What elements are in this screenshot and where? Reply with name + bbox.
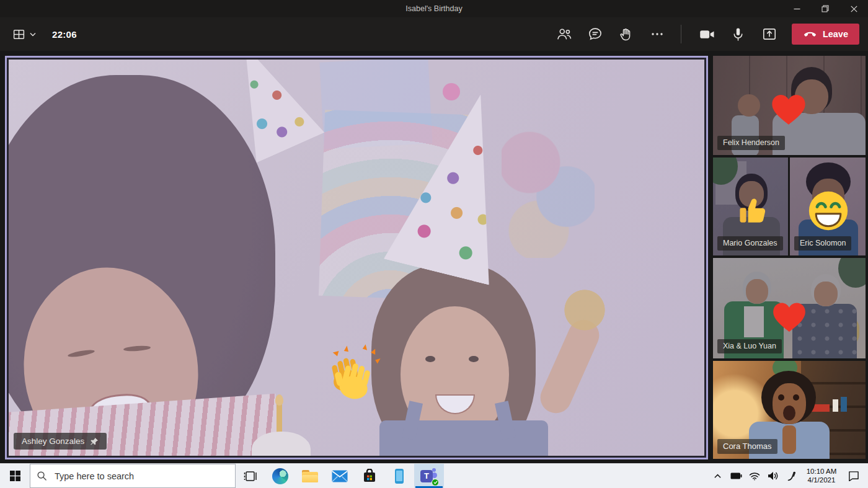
window-controls — [782, 0, 868, 17]
meeting-timer: 22:06 — [52, 29, 77, 40]
wifi-status-button[interactable] — [745, 464, 764, 488]
share-button[interactable] — [757, 22, 782, 47]
search-input[interactable] — [53, 471, 202, 482]
mail-icon — [332, 470, 348, 482]
participant-tile-xia-luo[interactable]: Xia & Luo Yuan — [713, 258, 866, 358]
cora-eye — [793, 394, 799, 401]
chevron-down-icon — [30, 32, 36, 37]
check-icon — [433, 481, 438, 484]
task-view-button[interactable] — [236, 464, 265, 488]
thumbs-up-reaction-icon — [737, 193, 771, 228]
close-icon — [851, 6, 857, 12]
raised-hand-icon — [618, 27, 634, 42]
volume-status-button[interactable] — [764, 464, 782, 488]
gallery-view-button[interactable] — [11, 25, 37, 43]
teams-t-tile: T — [420, 470, 433, 482]
minimize-button[interactable] — [782, 0, 811, 17]
restore-button[interactable] — [811, 0, 839, 17]
meeting-stage: Ashley Gonzales Felix Henders — [0, 51, 868, 463]
store-icon — [362, 469, 377, 484]
windows-taskbar: T — [0, 463, 868, 488]
chat-button[interactable] — [583, 22, 608, 47]
battery-status-button[interactable] — [727, 464, 745, 488]
title-bar: Isabel's Birthday — [0, 0, 868, 17]
file-explorer-icon — [302, 470, 318, 482]
heart-reaction-icon — [770, 299, 808, 335]
participant-tile-felix[interactable]: Felix Henderson — [713, 56, 866, 155]
battery-icon — [730, 472, 742, 479]
participant-name-label: Cora Thomas — [717, 439, 777, 454]
beaming-face-reaction-icon — [807, 190, 849, 232]
tray-overflow-button[interactable] — [708, 464, 727, 488]
search-icon — [37, 471, 47, 481]
leave-button-label: Leave — [823, 29, 848, 39]
microphone-button[interactable] — [726, 22, 751, 47]
meeting-toolbar: 22:06 — [0, 17, 868, 51]
system-tray: 10:10 AM 4/1/2021 — [708, 464, 868, 488]
mail-taskbar-button[interactable] — [325, 464, 355, 488]
your-phone-icon — [395, 469, 404, 484]
pen-icon — [787, 471, 797, 481]
taskbar-search-box[interactable] — [30, 464, 236, 488]
chat-icon — [587, 26, 603, 42]
window-title: Isabel's Birthday — [0, 0, 868, 17]
presenter-name-label: Ashley Gonzales — [14, 433, 107, 450]
participant-tile-eric[interactable]: Eric Solomon — [790, 157, 866, 255]
ellipsis-icon — [650, 27, 665, 42]
teams-person-dot — [432, 468, 436, 472]
clock-time: 10:10 AM — [804, 468, 839, 476]
pin-icon — [90, 437, 99, 446]
start-button[interactable] — [0, 464, 30, 488]
task-view-icon — [244, 469, 257, 483]
participant-name-label: Felix Henderson — [717, 136, 785, 150]
raise-hand-button[interactable] — [614, 22, 639, 47]
teams-active-check-badge — [432, 479, 439, 486]
participant-name-label: Eric Solomon — [794, 236, 851, 251]
participant-name-label: Xia & Luo Yuan — [717, 339, 782, 353]
share-icon — [761, 26, 777, 42]
teams-meeting-window: Isabel's Birthday — [0, 0, 868, 488]
teams-icon: T — [420, 468, 438, 485]
toolbar-right-group: Leave — [546, 22, 859, 47]
windows-ink-button[interactable] — [782, 464, 801, 488]
main-video-frame: Ashley Gonzales — [7, 58, 706, 458]
camera-button[interactable] — [695, 22, 720, 47]
participant-tile-cora[interactable]: Cora Thomas — [713, 361, 866, 459]
main-video-tile[interactable]: Ashley Gonzales — [5, 56, 708, 459]
participant-tile-mario[interactable]: Mario Gonzales — [713, 157, 788, 255]
more-options-button[interactable] — [645, 22, 670, 47]
leave-button[interactable]: Leave — [792, 24, 859, 45]
file-explorer-taskbar-button[interactable] — [295, 464, 325, 488]
heart-reaction-icon — [769, 91, 808, 128]
action-center-button[interactable] — [842, 464, 866, 488]
clapping-hands-reaction-icon — [326, 344, 386, 403]
edge-icon — [272, 468, 288, 484]
edge-taskbar-button[interactable] — [265, 464, 295, 488]
participants-icon — [556, 26, 572, 42]
speaker-icon — [768, 471, 779, 481]
teams-taskbar-button[interactable]: T — [414, 464, 444, 488]
hang-up-icon — [803, 30, 817, 39]
microphone-icon — [730, 27, 746, 42]
book — [841, 397, 847, 412]
toolbar-divider — [681, 25, 681, 43]
your-phone-taskbar-button[interactable] — [384, 464, 414, 488]
cora-hands-pressed — [782, 425, 796, 454]
cora-open-mouth — [783, 406, 795, 420]
store-taskbar-button[interactable] — [355, 464, 384, 488]
participants-button[interactable] — [552, 22, 577, 47]
toolbar-left-group: 22:06 — [11, 25, 77, 43]
restore-icon — [822, 5, 829, 12]
book — [833, 399, 838, 412]
camera-icon — [699, 26, 715, 43]
presenter-name: Ashley Gonzales — [22, 437, 84, 446]
clock-date: 4/1/2021 — [804, 476, 839, 485]
action-center-icon — [848, 471, 859, 481]
chevron-up-icon — [714, 473, 722, 479]
wifi-icon — [749, 472, 760, 481]
cora-eye — [778, 394, 784, 401]
close-button[interactable] — [839, 0, 868, 17]
taskbar-clock[interactable]: 10:10 AM 4/1/2021 — [801, 468, 842, 484]
gallery-grid-icon — [12, 28, 25, 41]
minimize-icon — [794, 6, 800, 12]
